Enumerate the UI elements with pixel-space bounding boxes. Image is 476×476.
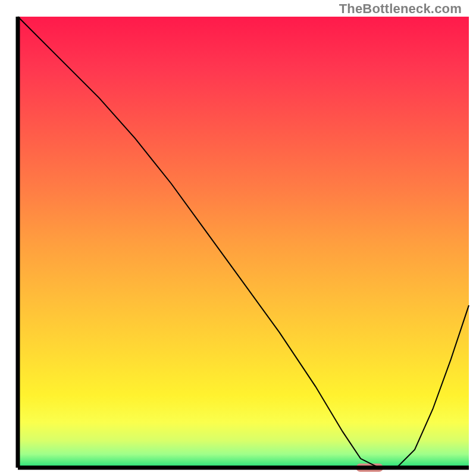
chart-container: TheBottleneck.com <box>0 0 476 476</box>
watermark-label: TheBottleneck.com <box>339 1 462 17</box>
bottleneck-chart <box>0 0 476 476</box>
